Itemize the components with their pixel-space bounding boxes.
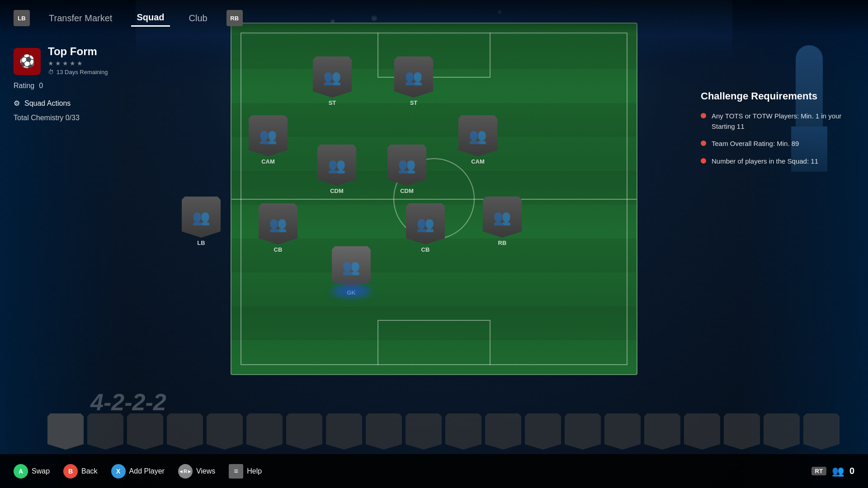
card-label-cb1: CB: [274, 246, 283, 253]
rt-label: RT: [811, 467, 826, 475]
strip-slot-6[interactable]: [246, 413, 283, 450]
action-views[interactable]: ◄R► Views: [178, 464, 215, 479]
strip-slot-16[interactable]: [644, 413, 680, 450]
player-card-st1[interactable]: 👥 ST: [312, 56, 353, 106]
player-icon-cdm1: 👥: [328, 157, 346, 174]
nav-transfer-market[interactable]: Transfer Market: [43, 10, 118, 26]
strip-slot-7[interactable]: [286, 413, 322, 450]
strip-slot-1[interactable]: [47, 413, 84, 450]
btn-menu-icon: ≡: [229, 464, 243, 479]
player-icon-st1: 👥: [323, 69, 341, 86]
card-shape-cdm2: 👥: [387, 145, 426, 186]
challenge-req-2: Team Overall Rating: Min. 89: [701, 139, 854, 149]
card-shape-rb: 👥: [483, 197, 522, 238]
action-swap[interactable]: A Swap: [14, 464, 50, 479]
card-label-cam1: CAM: [261, 158, 275, 165]
challenge-title: Challenge Requirements: [701, 90, 854, 102]
card-shape-cdm1: 👥: [317, 145, 356, 186]
card-label-cam2: CAM: [471, 158, 485, 165]
clock-icon: ⏱: [48, 69, 54, 75]
strip-slot-20[interactable]: [803, 413, 840, 450]
player-icon-cam2: 👥: [469, 127, 487, 145]
squad-title: Top Form: [48, 45, 108, 58]
player-icon-cb1: 👥: [269, 216, 287, 233]
star-3: ★: [62, 60, 68, 67]
strip-slot-17[interactable]: [684, 413, 720, 450]
nav-squad[interactable]: Squad: [131, 9, 170, 27]
squad-name-row: ⚽ Top Form ★ ★ ★ ★ ★ ⏱ 13 Days Remaining: [14, 45, 131, 77]
card-label-cdm2: CDM: [400, 188, 414, 194]
challenge-req-3: Number of players in the Squad: 11: [701, 156, 854, 167]
player-icon-cb2: 👥: [416, 216, 434, 233]
strip-slot-15[interactable]: [604, 413, 641, 450]
player-card-cdm2[interactable]: 👥 CDM: [387, 145, 427, 194]
action-add-player[interactable]: X Add Player: [111, 464, 165, 479]
player-icon-st2: 👥: [405, 69, 423, 86]
chemistry-row: Total Chemistry 0/33: [14, 114, 131, 122]
action-back[interactable]: B Back: [63, 464, 98, 479]
star-5: ★: [77, 60, 83, 67]
req-dot-2: [701, 141, 706, 146]
player-card-cam2[interactable]: 👥 CAM: [458, 115, 498, 165]
card-shape-st1: 👥: [313, 56, 352, 98]
player-card-lb[interactable]: 👥 LB: [181, 197, 222, 246]
strip-slot-13[interactable]: [525, 413, 561, 450]
people-icon: 👥: [832, 465, 844, 477]
card-shape-st2: 👥: [394, 56, 433, 98]
squad-actions[interactable]: ⚙ Squad Actions: [14, 99, 131, 108]
player-card-cam1[interactable]: 👥 CAM: [248, 115, 288, 165]
player-card-rb[interactable]: 👥 RB: [482, 197, 523, 246]
rb-badge: RB: [226, 10, 243, 26]
top-nav: LB Transfer Market Squad Club RB: [0, 0, 868, 36]
lb-badge: LB: [14, 10, 30, 26]
card-shape-cam1: 👥: [249, 115, 288, 156]
strip-slot-8[interactable]: [326, 413, 362, 450]
time-remaining-text: 13 Days Remaining: [57, 69, 108, 75]
actions-icon: ⚙: [14, 99, 20, 108]
strip-slot-19[interactable]: [764, 413, 800, 450]
req-text-1: Any TOTS or TOTW Players: Min. 1 in your…: [712, 111, 854, 131]
right-panel: Challenge Requirements Any TOTS or TOTW …: [701, 90, 854, 174]
card-label-cb2: CB: [421, 246, 430, 253]
player-card-gk[interactable]: 👥 GK: [331, 246, 372, 296]
req-dot-3: [701, 158, 706, 164]
strip-slot-5[interactable]: [207, 413, 243, 450]
bottom-bar: A Swap B Back X Add Player ◄R► Views ≡ H…: [0, 454, 868, 488]
strip-slot-11[interactable]: [445, 413, 481, 450]
strip-slot-4[interactable]: [167, 413, 203, 450]
card-shape-cb1: 👥: [259, 203, 297, 244]
player-card-st2[interactable]: 👥 ST: [393, 56, 434, 106]
strip-slot-10[interactable]: [406, 413, 442, 450]
selection-border: [330, 245, 372, 289]
time-remaining: ⏱ 13 Days Remaining: [48, 69, 108, 75]
strip-slot-3[interactable]: [127, 413, 163, 450]
btn-b-icon: B: [63, 464, 78, 479]
action-help[interactable]: ≡ Help: [229, 464, 262, 479]
player-card-cb1[interactable]: 👥 CB: [258, 203, 298, 253]
strip-slot-2[interactable]: [87, 413, 123, 450]
star-4: ★: [70, 60, 75, 67]
card-shape-gk: 👥: [332, 246, 371, 287]
left-panel: ⚽ Top Form ★ ★ ★ ★ ★ ⏱ 13 Days Remaining…: [0, 36, 145, 131]
rt-value: 0: [849, 466, 854, 476]
strip-slot-9[interactable]: [366, 413, 402, 450]
strip-slot-18[interactable]: [724, 413, 760, 450]
player-icon-cdm2: 👥: [398, 157, 416, 174]
player-card-cb2[interactable]: 👥 CB: [405, 203, 446, 253]
req-text-3: Number of players in the Squad: 11: [712, 156, 818, 167]
rating-row: Rating 0: [14, 82, 131, 90]
card-label-rb: RB: [498, 239, 507, 246]
nav-club[interactable]: Club: [184, 10, 213, 26]
help-label: Help: [247, 467, 262, 475]
btn-x-icon: X: [111, 464, 126, 479]
strip-slot-12[interactable]: [485, 413, 521, 450]
pitch: [231, 23, 637, 375]
card-label-st2: ST: [410, 99, 418, 106]
card-shape-lb: 👥: [182, 197, 221, 238]
strip-slot-14[interactable]: [565, 413, 601, 450]
pitch-lines: [231, 23, 637, 374]
player-strip: [43, 409, 868, 454]
add-player-label: Add Player: [129, 467, 165, 475]
star-2: ★: [55, 60, 61, 67]
player-card-cdm1[interactable]: 👥 CDM: [316, 145, 357, 194]
